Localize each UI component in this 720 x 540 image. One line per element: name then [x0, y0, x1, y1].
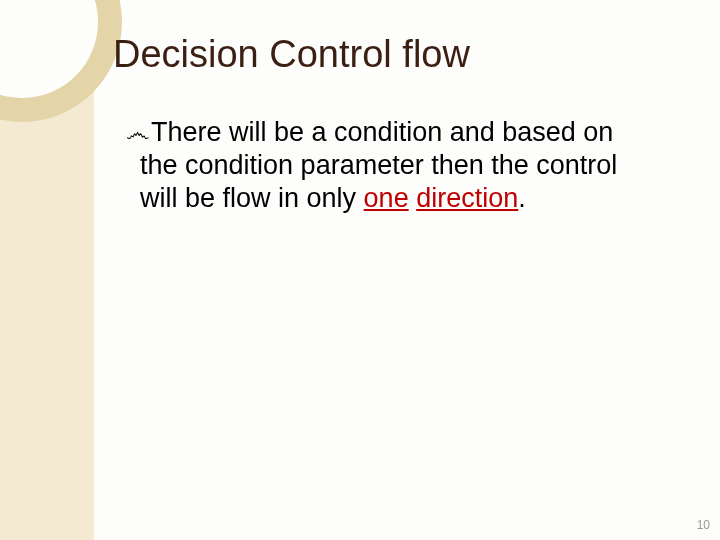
- slide-body: ෴There will be a condition and based on …: [140, 116, 650, 215]
- body-keyword-one: one: [364, 183, 409, 213]
- body-text-post: .: [518, 183, 526, 213]
- page-number: 10: [697, 518, 710, 532]
- bullet-icon: ෴: [126, 118, 150, 149]
- slide-title: Decision Control flow: [113, 33, 470, 76]
- body-keyword-direction: direction: [416, 183, 518, 213]
